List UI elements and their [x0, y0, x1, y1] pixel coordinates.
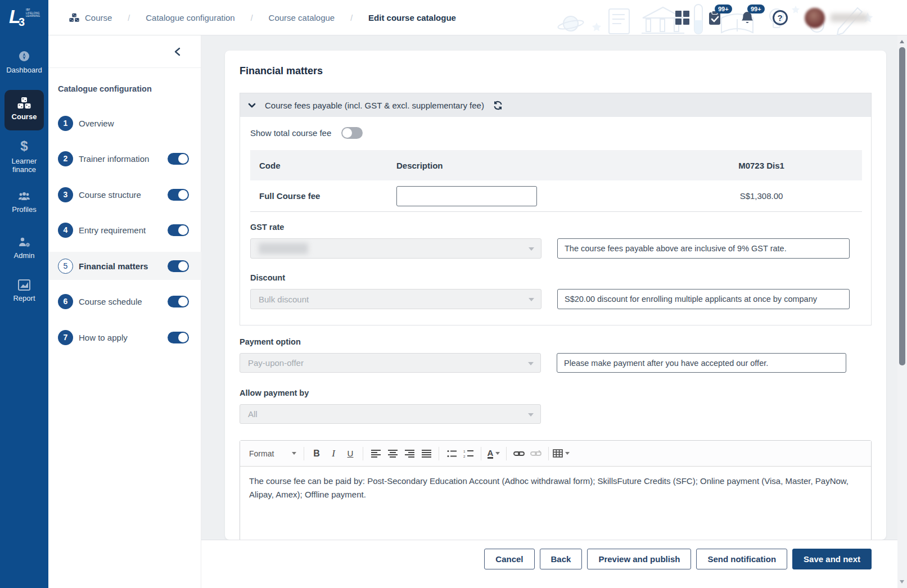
gst-rate-redacted-value — [259, 243, 308, 254]
discount-remark-input[interactable] — [557, 289, 850, 309]
refresh-icon[interactable] — [493, 101, 503, 110]
apps-grid-icon[interactable] — [674, 10, 690, 26]
sidebar-item-label: Learner finance — [4, 157, 44, 174]
step-course-structure[interactable]: 3 Course structure — [48, 180, 201, 209]
sidebar-item-label: Report — [0, 294, 48, 302]
link-icon[interactable] — [511, 445, 527, 462]
sidebar-item-dashboard[interactable]: Dashboard — [0, 49, 48, 74]
step-course-schedule[interactable]: 6 Course schedule — [48, 287, 201, 315]
step-toggle-on[interactable] — [168, 224, 189, 236]
editor-toolbar: Format B I U 12 A — [240, 441, 871, 467]
stepper-panel: Catalogue configuration 1 Overview 2 Tra… — [48, 35, 201, 588]
step-toggle-on[interactable] — [168, 153, 189, 165]
payment-remark-input[interactable] — [557, 353, 846, 373]
step-label: Course schedule — [79, 297, 142, 306]
payment-option-select[interactable]: Pay-upon-offer — [240, 353, 541, 373]
breadcrumb-label: Catalogue configuration — [146, 13, 234, 22]
step-toggle-on[interactable] — [168, 189, 189, 201]
discount-select-value: Bulk discount — [259, 295, 309, 304]
table-icon[interactable] — [553, 445, 570, 462]
unlink-icon[interactable] — [527, 445, 544, 462]
step-toggle-on[interactable] — [168, 296, 189, 307]
payment-option-label: Payment option — [240, 337, 301, 346]
align-right-icon[interactable] — [401, 445, 418, 462]
column-code: Code — [250, 161, 396, 170]
tasks-icon[interactable]: 99+ — [707, 10, 723, 26]
allow-payment-by-select[interactable]: All — [240, 404, 541, 424]
user-menu[interactable] — [805, 8, 868, 28]
fee-code-cell: Full Course fee — [250, 191, 396, 201]
step-trainer-information[interactable]: 2 Trainer information — [48, 144, 201, 173]
numbered-list-icon[interactable]: 12 — [460, 445, 477, 462]
chevron-down-icon[interactable] — [248, 103, 256, 108]
logo-number: 3 — [19, 16, 25, 29]
align-left-icon[interactable] — [367, 445, 384, 462]
help-icon[interactable]: ? — [772, 10, 788, 26]
breadcrumb-label: Course catalogue — [269, 13, 335, 22]
breadcrumb-current-page: Edit course catalogue — [368, 13, 456, 22]
sidebar-item-profiles[interactable]: Profiles — [0, 191, 48, 214]
notifications-bell-icon[interactable]: 99+ — [739, 10, 755, 26]
step-how-to-apply[interactable]: 7 How to apply — [48, 323, 201, 351]
step-label: Course structure — [79, 190, 141, 200]
preview-and-publish-button[interactable]: Preview and publish — [587, 549, 691, 569]
fees-table-header: Code Description M0723 Dis1 — [250, 150, 862, 180]
step-toggle-on[interactable] — [168, 332, 189, 343]
caret-down-icon — [565, 452, 570, 455]
editor-content[interactable]: The course fee can be paid by: Post-Seco… — [240, 467, 871, 540]
course-fees-section: Course fees payable (incl. GST & excl. s… — [240, 93, 872, 325]
scrollbar-thumb[interactable] — [899, 47, 905, 365]
topbar-actions: 99+ 99+ ? — [674, 0, 868, 35]
sidebar-item-learner-finance[interactable]: $ Learner finance — [0, 138, 48, 174]
scroll-down-arrow[interactable] — [900, 580, 904, 584]
send-notification-button[interactable]: Send notification — [696, 549, 787, 569]
avatar — [805, 8, 825, 28]
step-entry-requirement[interactable]: 4 Entry requirement — [48, 216, 201, 244]
bullet-list-icon[interactable] — [443, 445, 460, 462]
sidebar-item-label: Profiles — [0, 205, 48, 214]
step-number: 1 — [58, 116, 73, 131]
collapse-panel-button[interactable] — [172, 46, 183, 57]
people-icon — [0, 191, 48, 202]
save-and-next-button[interactable]: Save and next — [792, 549, 872, 569]
discount-select[interactable]: Bulk discount — [250, 289, 542, 309]
topbar: Course / Catalogue configuration / Cours… — [48, 0, 907, 35]
allow-payment-by-label: Allow payment by — [240, 388, 309, 397]
format-dropdown[interactable]: Format — [246, 449, 300, 458]
step-financial-matters-current[interactable]: 5 Financial matters — [48, 252, 201, 280]
sidebar-item-admin[interactable]: Admin — [0, 236, 48, 260]
breadcrumb-catalogue-configuration[interactable]: Catalogue configuration — [146, 13, 234, 22]
stepper-panel-header — [48, 35, 201, 68]
text-color-button[interactable]: A — [485, 445, 502, 462]
step-label: Trainer information — [79, 154, 149, 164]
italic-button[interactable]: I — [325, 445, 342, 462]
show-total-label: Show total course fee — [250, 128, 331, 138]
gst-rate-select[interactable] — [250, 238, 542, 259]
scroll-up-arrow[interactable] — [900, 40, 904, 43]
vertical-scrollbar[interactable] — [897, 35, 907, 588]
cancel-button[interactable]: Cancel — [484, 549, 534, 569]
gst-remark-input[interactable] — [557, 238, 850, 259]
back-button[interactable]: Back — [540, 549, 583, 569]
show-total-toggle-off[interactable] — [341, 127, 363, 139]
align-center-icon[interactable] — [384, 445, 401, 462]
step-label: Entry requirement — [79, 225, 146, 235]
bold-button[interactable]: B — [308, 445, 325, 462]
sidebar-item-report[interactable]: Report — [0, 279, 48, 302]
svg-text:1: 1 — [463, 450, 466, 453]
sidebar-item-course[interactable]: Course — [4, 90, 44, 130]
stepper-title: Catalogue configuration — [58, 84, 152, 93]
underline-button[interactable]: U — [342, 445, 359, 462]
course-fees-section-header[interactable]: Course fees payable (incl. GST & excl. s… — [240, 93, 871, 117]
allow-payment-by-value: All — [248, 409, 258, 419]
show-total-course-fee-row: Show total course fee — [250, 127, 363, 139]
breadcrumb-course-catalogue[interactable]: Course catalogue — [269, 13, 335, 22]
step-overview[interactable]: 1 Overview — [48, 109, 201, 137]
dollar-icon: $ — [0, 138, 48, 154]
column-description: Description — [396, 161, 661, 170]
breadcrumb-course[interactable]: Course — [69, 13, 112, 23]
dice-icon — [69, 13, 80, 23]
step-toggle-on[interactable] — [168, 260, 189, 272]
fee-description-input[interactable] — [396, 186, 537, 206]
justify-icon[interactable] — [418, 445, 435, 462]
